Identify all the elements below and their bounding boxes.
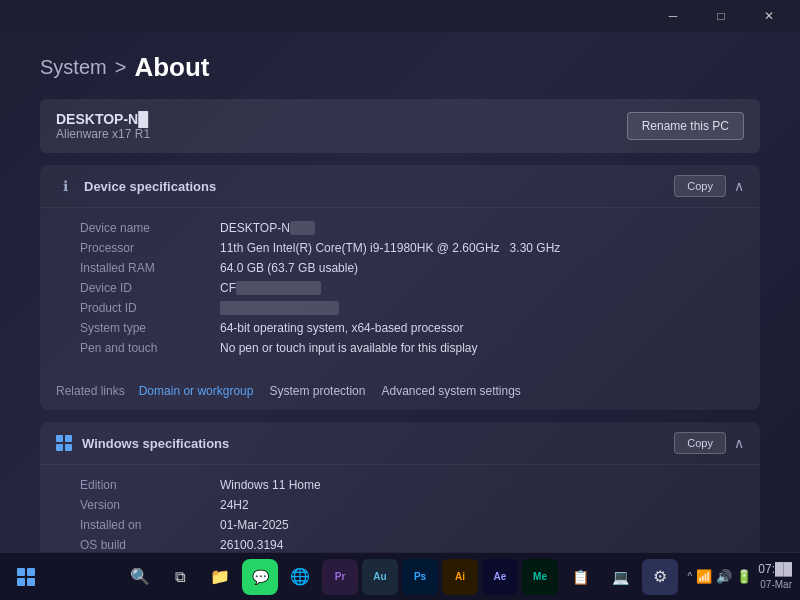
table-row: Edition Windows 11 Home: [80, 475, 744, 495]
breadcrumb-current: About: [134, 52, 209, 83]
table-row: Installed RAM 64.0 GB (63.7 GB usable): [80, 258, 744, 278]
main-content: System > About DESKTOP-N█ Alienware x17 …: [0, 32, 800, 552]
device-specs-header: ℹ Device specifications Copy ∧: [40, 165, 760, 208]
windows-specs-section: Windows specifications Copy ∧ Edition Wi…: [40, 422, 760, 552]
info-icon: ℹ: [56, 177, 74, 195]
battery-icon[interactable]: 🔋: [736, 569, 752, 584]
start-button[interactable]: [8, 559, 44, 595]
premiere-icon[interactable]: Pr: [322, 559, 358, 595]
device-info: DESKTOP-N█ Alienware x17 R1: [56, 111, 150, 141]
minimize-button[interactable]: ─: [650, 0, 696, 32]
domain-workgroup-link[interactable]: Domain or workgroup: [133, 382, 260, 400]
table-row: OS build 26100.3194: [80, 535, 744, 552]
search-taskbar-icon[interactable]: 🔍: [122, 559, 158, 595]
device-specs-table: Device name DESKTOP-N███ Processor 11th …: [40, 208, 760, 372]
taskbar-date-display: 07-Mar: [758, 578, 792, 591]
table-row: System type 64-bit operating system, x64…: [80, 318, 744, 338]
related-links-label: Related links: [56, 384, 125, 398]
spec-value: 11th Gen Intel(R) Core(TM) i9-11980HK @ …: [220, 241, 744, 255]
taskbar-center: 🔍 ⧉ 📁 💬 🌐 Pr Au Ps Ai Ae Me 📋 💻 ⚙: [122, 559, 678, 595]
spec-label: Processor: [80, 241, 220, 255]
spec-label: Pen and touch: [80, 341, 220, 355]
windows-specs-header: Windows specifications Copy ∧: [40, 422, 760, 465]
spec-value: 24H2: [220, 498, 744, 512]
device-specs-title: Device specifications: [84, 179, 216, 194]
table-row: Device name DESKTOP-N███: [80, 218, 744, 238]
rename-pc-button[interactable]: Rename this PC: [627, 112, 744, 140]
chrome-icon[interactable]: 🌐: [282, 559, 318, 595]
audition-icon[interactable]: Au: [362, 559, 398, 595]
task-view-icon[interactable]: ⧉: [162, 559, 198, 595]
table-row: Installed on 01-Mar-2025: [80, 515, 744, 535]
breadcrumb-parent[interactable]: System: [40, 56, 107, 79]
settings-icon[interactable]: ⚙: [642, 559, 678, 595]
spec-label: Device name: [80, 221, 220, 235]
spec-value: 64.0 GB (63.7 GB usable): [220, 261, 744, 275]
aftereffects-icon[interactable]: Ae: [482, 559, 518, 595]
system-tray: ^ 📶 🔊 🔋: [688, 569, 753, 584]
volume-icon[interactable]: 🔊: [716, 569, 732, 584]
breadcrumb: System > About: [40, 52, 760, 83]
close-button[interactable]: ✕: [746, 0, 792, 32]
spec-label: System type: [80, 321, 220, 335]
windows-specs-title: Windows specifications: [82, 436, 229, 451]
spec-value: CF██████████: [220, 281, 744, 295]
spec-label: OS build: [80, 538, 220, 552]
mediaencoder-icon[interactable]: Me: [522, 559, 558, 595]
window-controls: ─ □ ✕: [650, 0, 792, 32]
maximize-button[interactable]: □: [698, 0, 744, 32]
windows-specs-table: Edition Windows 11 Home Version 24H2 Ins…: [40, 465, 760, 552]
spec-value: ██████████████: [220, 301, 744, 315]
spec-label: Edition: [80, 478, 220, 492]
device-model-display: Alienware x17 R1: [56, 127, 150, 141]
photoshop-icon[interactable]: Ps: [402, 559, 438, 595]
breadcrumb-separator: >: [115, 56, 127, 79]
device-specs-actions: Copy ∧: [674, 175, 744, 197]
table-row: Device ID CF██████████: [80, 278, 744, 298]
device-header-box: DESKTOP-N█ Alienware x17 R1 Rename this …: [40, 99, 760, 153]
spec-value: DESKTOP-N███: [220, 221, 744, 235]
spec-label: Installed on: [80, 518, 220, 532]
table-row: Processor 11th Gen Intel(R) Core(TM) i9-…: [80, 238, 744, 258]
spec-label: Device ID: [80, 281, 220, 295]
title-bar: ─ □ ✕: [0, 0, 800, 32]
spec-label: Product ID: [80, 301, 220, 315]
spec-value: 26100.3194: [220, 538, 744, 552]
table-row: Pen and touch No pen or touch input is a…: [80, 338, 744, 358]
taskbar-clock[interactable]: 07:██ 07-Mar: [758, 562, 792, 591]
windows-specs-header-left: Windows specifications: [56, 435, 229, 451]
tray-expand-icon[interactable]: ^: [688, 571, 693, 582]
spec-label: Version: [80, 498, 220, 512]
illustrator-icon[interactable]: Ai: [442, 559, 478, 595]
device-specs-copy-button[interactable]: Copy: [674, 175, 726, 197]
clipboard-icon[interactable]: 📋: [562, 559, 598, 595]
device-specs-chevron[interactable]: ∧: [734, 178, 744, 194]
windows-start-icon: [17, 568, 35, 586]
device-specs-header-left: ℹ Device specifications: [56, 177, 216, 195]
device-specs-section: ℹ Device specifications Copy ∧ Device na…: [40, 165, 760, 410]
windows-specs-actions: Copy ∧: [674, 432, 744, 454]
whatsapp-icon[interactable]: 💬: [242, 559, 278, 595]
spec-value: Windows 11 Home: [220, 478, 744, 492]
taskbar-left: [8, 559, 44, 595]
taskbar: 🔍 ⧉ 📁 💬 🌐 Pr Au Ps Ai Ae Me 📋 💻 ⚙ ^ 📶 🔊: [0, 552, 800, 600]
this-pc-icon[interactable]: 💻: [602, 559, 638, 595]
windows-logo-icon: [56, 435, 72, 451]
windows-specs-chevron[interactable]: ∧: [734, 435, 744, 451]
spec-value: 64-bit operating system, x64-based proce…: [220, 321, 744, 335]
system-protection-link[interactable]: System protection: [263, 382, 371, 400]
file-explorer-icon[interactable]: 📁: [202, 559, 238, 595]
windows-specs-copy-button[interactable]: Copy: [674, 432, 726, 454]
wifi-icon[interactable]: 📶: [696, 569, 712, 584]
spec-value: 01-Mar-2025: [220, 518, 744, 532]
spec-value: No pen or touch input is available for t…: [220, 341, 744, 355]
taskbar-time-display: 07:██: [758, 562, 792, 578]
table-row: Product ID ██████████████: [80, 298, 744, 318]
taskbar-right: ^ 📶 🔊 🔋 07:██ 07-Mar: [688, 562, 792, 591]
related-links-bar: Related links Domain or workgroup System…: [40, 372, 760, 410]
advanced-system-settings-link[interactable]: Advanced system settings: [375, 382, 526, 400]
table-row: Version 24H2: [80, 495, 744, 515]
device-name-display: DESKTOP-N█: [56, 111, 150, 127]
spec-label: Installed RAM: [80, 261, 220, 275]
